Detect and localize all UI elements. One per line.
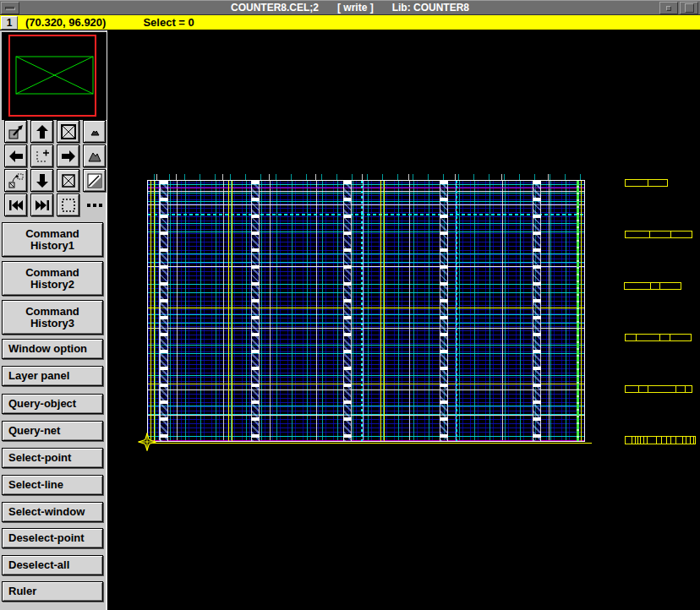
command-button-deselect-point[interactable]: Deselect-point [2, 528, 103, 548]
cursor-coordinates: (70.320, 96.920) [25, 16, 106, 29]
ruler-object[interactable] [625, 385, 692, 393]
routing-hline [148, 384, 584, 384]
routing-hline [148, 188, 584, 188]
command-button-select-point[interactable]: Select-point [2, 448, 103, 468]
window-title: COUNTER8.CEL;2 [ write ] Lib: COUNTER8 [0, 1, 700, 14]
poly-column [380, 181, 385, 441]
ruler-tick [682, 437, 683, 444]
ruler-tick [637, 437, 638, 444]
ruler-object[interactable] [625, 334, 692, 341]
pan-right-icon[interactable] [57, 144, 79, 167]
corner-fill-icon[interactable] [83, 169, 106, 192]
selection-count: Select = 0 [143, 16, 194, 29]
ruler-tick [650, 283, 651, 289]
ruler-tick [670, 437, 671, 444]
cell-layout[interactable] [147, 180, 585, 442]
contact-column [160, 181, 168, 441]
ruler-tick [675, 386, 676, 392]
zoom-fit-icon[interactable] [57, 120, 79, 143]
overview-graphic [2, 32, 107, 120]
ruler-object[interactable] [625, 179, 668, 187]
contact-column [440, 181, 448, 441]
command-button-query-net[interactable]: Query-net [2, 421, 103, 441]
zoom-box-icon[interactable] [57, 169, 79, 192]
cell-bottom-rail [142, 443, 592, 444]
command-button-ruler[interactable]: Ruler [2, 581, 103, 602]
tool-sidebar: Command History1Command History2Command … [0, 30, 107, 610]
command-button-select-line[interactable]: Select-line [2, 475, 103, 495]
ruler-tick [648, 180, 648, 186]
redraw-icon[interactable] [4, 120, 27, 143]
titlebar: COUNTER8.CEL;2 [ write ] Lib: COUNTER8 [0, 0, 700, 15]
pan-down-icon[interactable] [30, 169, 53, 192]
ruler-object[interactable] [625, 436, 696, 444]
ruler-tick [632, 437, 632, 444]
ruler-tick [638, 386, 639, 392]
ruler-tick [661, 437, 662, 444]
contact-column [533, 181, 541, 441]
ruler-tick [648, 386, 648, 392]
minimize-icon[interactable] [659, 2, 678, 14]
ruler-tick [675, 437, 676, 444]
command-button-command-history1[interactable]: Command History1 [2, 222, 103, 257]
main-area: Command History1Command History2Command … [0, 30, 700, 610]
contact-column [251, 181, 260, 441]
mountain-icon[interactable] [83, 144, 106, 167]
poly-column [150, 181, 155, 441]
select-area-icon[interactable] [57, 193, 79, 216]
ruler-tick [693, 437, 694, 444]
ruler-tick [647, 437, 648, 444]
contact-column [343, 181, 352, 441]
ruler-tick [685, 386, 686, 392]
poly-column [228, 181, 232, 441]
ruler-tick [670, 231, 671, 237]
peak-small-icon[interactable] [83, 120, 106, 143]
application-window: COUNTER8.CEL;2 [ write ] Lib: COUNTER8 1… [0, 0, 700, 610]
ruler-tick [635, 437, 636, 444]
routing-hline [148, 440, 584, 441]
pan-up-icon[interactable] [30, 120, 53, 143]
ruler-tick [640, 437, 641, 444]
ruler-tick [649, 231, 650, 237]
view-number-badge: 1 [1, 16, 18, 30]
ruler-tick [686, 437, 686, 444]
routing-hline [148, 415, 584, 416]
command-button-window-option[interactable]: Window option [2, 339, 103, 359]
layout-canvas[interactable] [107, 30, 700, 610]
zoom-in-area-icon[interactable] [30, 144, 53, 167]
ruler-tick [659, 283, 660, 289]
more-icon[interactable] [83, 193, 106, 216]
select-highlight-hline [148, 214, 584, 215]
ruler-tick [636, 335, 637, 340]
origin-marker-icon [138, 433, 156, 451]
command-button-deselect-all[interactable]: Deselect-all [2, 555, 103, 575]
pan-left-icon[interactable] [4, 144, 27, 167]
overview-window[interactable] [2, 32, 107, 120]
select-highlight-vline [361, 181, 363, 441]
command-button-select-window[interactable]: Select-window [2, 502, 103, 522]
ruler-tick [666, 437, 667, 444]
command-button-command-history2[interactable]: Command History2 [2, 261, 103, 296]
ruler-tick [659, 335, 660, 340]
ruler-object[interactable] [624, 282, 681, 290]
select-highlight-vline [456, 181, 457, 441]
title-cell-name: COUNTER8.CEL;2 [231, 2, 319, 14]
ruler-tick [690, 437, 691, 444]
title-library: Lib: COUNTER8 [392, 2, 469, 14]
pan-view-icon[interactable] [4, 169, 27, 192]
yellow-edge-line [581, 181, 582, 441]
grid-stubs [147, 174, 585, 180]
command-button-query-object[interactable]: Query-object [2, 394, 103, 414]
ruler-tick [670, 335, 670, 340]
green-power-rail [577, 181, 579, 441]
routing-hline [148, 308, 584, 308]
view-prev-icon[interactable] [4, 193, 27, 216]
command-button-layer-panel[interactable]: Layer panel [2, 366, 103, 386]
ruler-tick [656, 437, 657, 444]
maximize-icon[interactable] [680, 2, 698, 14]
ruler-tick [643, 437, 644, 444]
command-button-command-history3[interactable]: Command History3 [2, 300, 103, 335]
ruler-object[interactable] [625, 231, 692, 238]
view-next-icon[interactable] [30, 193, 53, 216]
statusbar: 1 (70.320, 96.920) Select = 0 [0, 15, 700, 30]
